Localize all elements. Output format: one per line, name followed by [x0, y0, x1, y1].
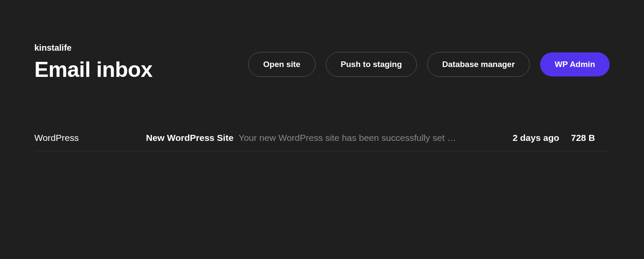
- email-time: 2 days ago: [502, 133, 571, 143]
- page-title: Email inbox: [34, 57, 152, 82]
- header-actions: Open site Push to staging Database manag…: [248, 52, 610, 82]
- site-name: kinstalife: [34, 43, 152, 53]
- wp-admin-button[interactable]: WP Admin: [540, 52, 610, 76]
- page-header: kinstalife Email inbox Open site Push to…: [34, 43, 610, 82]
- push-to-staging-button[interactable]: Push to staging: [326, 52, 417, 77]
- email-size: 728 B: [571, 133, 610, 143]
- email-row[interactable]: WordPress New WordPress Site Your new Wo…: [34, 125, 610, 151]
- email-sender: WordPress: [34, 133, 146, 143]
- database-manager-button[interactable]: Database manager: [427, 52, 530, 77]
- open-site-button[interactable]: Open site: [248, 52, 316, 77]
- email-preview: Your new WordPress site has been success…: [239, 133, 456, 143]
- header-title-group: kinstalife Email inbox: [34, 43, 152, 82]
- email-content: New WordPress Site Your new WordPress si…: [146, 133, 502, 143]
- email-list: WordPress New WordPress Site Your new Wo…: [34, 125, 610, 151]
- email-subject: New WordPress Site: [146, 133, 234, 143]
